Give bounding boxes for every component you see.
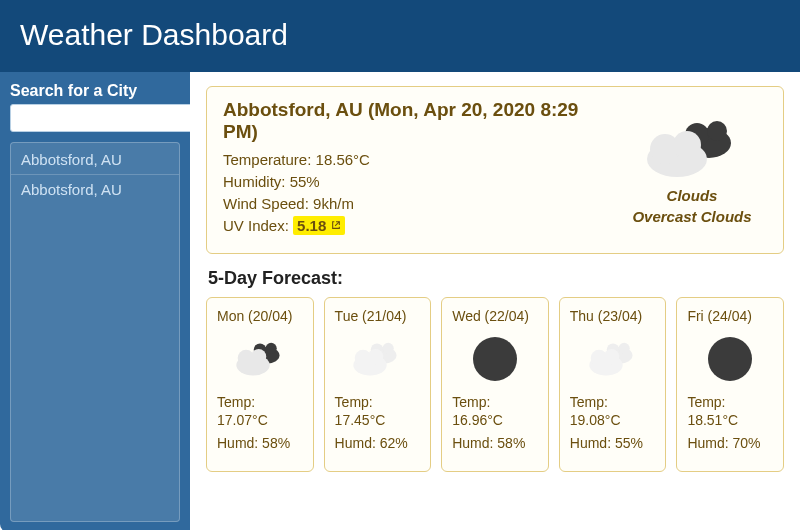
- forecast-date: Fri (24/04): [687, 308, 773, 324]
- uv-line: UV Index: 5.18: [223, 217, 607, 234]
- forecast-card: Tue (21/04) Temp: 17.45°C Humd: 62%: [324, 297, 432, 472]
- cloud-light-icon: [335, 330, 421, 388]
- svg-point-17: [383, 342, 394, 353]
- condition-main: Clouds: [667, 187, 718, 204]
- forecast-card: Wed (22/04) Temp: 16.96°C Humd: 58%: [441, 297, 549, 472]
- forecast-card: Fri (24/04) Temp: 18.51°C Humd: 70%: [676, 297, 784, 472]
- humidity-line: Humidity: 55%: [223, 173, 607, 190]
- sidebar: Search for a City Abbotsford, AU Abbotsf…: [0, 72, 190, 530]
- main-layout: Search for a City Abbotsford, AU Abbotsf…: [0, 72, 800, 530]
- current-weather-card: Abbotsford, AU (Mon, Apr 20, 2020 8:29 P…: [206, 86, 784, 254]
- svg-point-20: [368, 349, 383, 364]
- svg-point-27: [604, 349, 619, 364]
- svg-point-24: [618, 342, 629, 353]
- forecast-humd: Humd: 55%: [570, 435, 656, 453]
- forecast-card: Thu (23/04) Temp: 19.08°C Humd: 55%: [559, 297, 667, 472]
- temperature-line: Temperature: 18.56°C: [223, 151, 607, 168]
- current-condition: Clouds Overcast Clouds: [617, 99, 767, 239]
- svg-point-28: [708, 337, 752, 381]
- forecast-date: Thu (23/04): [570, 308, 656, 324]
- cloud-light-icon: [570, 330, 656, 388]
- cloud-overcast-icon: [637, 113, 747, 183]
- forecast-temp: Temp: 18.51°C: [687, 394, 773, 429]
- sun-dark-icon: [452, 330, 538, 388]
- search-row: [10, 104, 180, 132]
- forecast-temp: Temp: 16.96°C: [452, 394, 538, 429]
- sun-dark-icon: [687, 330, 773, 388]
- search-section: Search for a City: [10, 82, 180, 132]
- wind-line: Wind Speed: 9kh/m: [223, 195, 607, 212]
- forecast-humd: Humd: 70%: [687, 435, 773, 453]
- uv-badge[interactable]: 5.18: [293, 216, 345, 235]
- forecast-date: Wed (22/04): [452, 308, 538, 324]
- history-item[interactable]: Abbotsford, AU: [11, 175, 179, 204]
- condition-desc: Overcast Clouds: [632, 208, 751, 225]
- forecast-temp: Temp: 19.08°C: [570, 394, 656, 429]
- app-header: Weather Dashboard: [0, 0, 800, 72]
- search-label: Search for a City: [10, 82, 180, 100]
- current-metrics: Abbotsford, AU (Mon, Apr 20, 2020 8:29 P…: [223, 99, 607, 239]
- svg-point-21: [473, 337, 517, 381]
- svg-point-14: [251, 349, 266, 364]
- uv-value: 5.18: [297, 217, 326, 234]
- forecast-temp: Temp: 17.45°C: [335, 394, 421, 429]
- content-area: Abbotsford, AU (Mon, Apr 20, 2020 8:29 P…: [190, 72, 800, 530]
- forecast-humd: Humd: 58%: [452, 435, 538, 453]
- forecast-card: Mon (20/04) Temp: 17.07°C Humd: 58%: [206, 297, 314, 472]
- svg-point-11: [265, 342, 276, 353]
- uv-prefix: UV Index:: [223, 217, 293, 234]
- forecast-date: Tue (21/04): [335, 308, 421, 324]
- external-link-icon: [328, 220, 341, 232]
- search-history: Abbotsford, AU Abbotsford, AU: [10, 142, 180, 522]
- forecast-humd: Humd: 62%: [335, 435, 421, 453]
- forecast-humd: Humd: 58%: [217, 435, 303, 453]
- forecast-row: Mon (20/04) Temp: 17.07°C Humd: 58% Tue …: [206, 297, 784, 472]
- forecast-date: Mon (20/04): [217, 308, 303, 324]
- city-title: Abbotsford, AU (Mon, Apr 20, 2020 8:29 P…: [223, 99, 607, 143]
- page-title: Weather Dashboard: [20, 18, 780, 52]
- svg-line-2: [335, 222, 339, 226]
- svg-point-5: [707, 121, 727, 141]
- svg-point-8: [673, 131, 701, 159]
- history-item[interactable]: Abbotsford, AU: [11, 145, 179, 175]
- forecast-title: 5-Day Forecast:: [208, 268, 784, 289]
- cloud-dark-icon: [217, 330, 303, 388]
- forecast-temp: Temp: 17.07°C: [217, 394, 303, 429]
- search-input[interactable]: [10, 104, 199, 132]
